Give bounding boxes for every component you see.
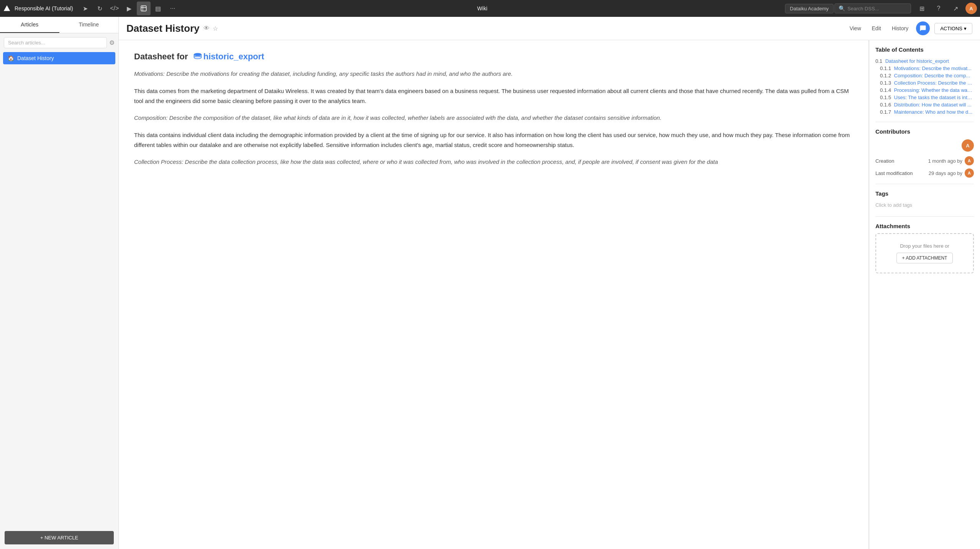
more-nav-icon[interactable]: ··· [166,2,180,15]
sidebar-search-input[interactable] [4,37,107,48]
divider-3 [875,216,974,217]
creation-value: 1 month ago by A [928,156,974,165]
project-name: Responsible AI (Tutorial) [15,5,73,11]
toc-list: 0.1 Datasheet for historic_export 0.1.1 … [875,57,974,116]
page-title: Dataset History [126,23,200,34]
top-navigation: Responsible AI (Tutorial) ➤ ↻ </> ▶ ▤ ··… [0,0,980,17]
toc-item-0[interactable]: 0.1 Datasheet for historic_export [875,57,974,65]
grid-icon[interactable]: ⊞ [915,2,929,15]
new-article-button[interactable]: + NEW ARTICLE [5,531,114,544]
creation-label: Creation [875,158,894,164]
last-mod-time: 29 days ago by [929,170,962,176]
search-icon: 🔍 [839,5,845,11]
toc-item-3[interactable]: 0.1.3 Collection Process: Describe the d… [875,79,974,87]
app-logo[interactable] [3,5,11,12]
contributors-row: A [875,139,974,152]
main-layout: Articles Timeline ⚙ 🏠 Dataset History + … [0,17,980,549]
sidebar-bottom: + NEW ARTICLE [0,526,118,549]
db-icon [193,52,202,62]
article-content: Datasheet for historic_export Motivation… [119,40,869,549]
refresh-nav-icon[interactable]: ↻ [93,2,107,15]
toc-item-5[interactable]: 0.1.5 Uses: The tasks the dataset is int… [875,94,974,101]
svg-rect-1 [141,6,146,11]
actions-button[interactable]: ACTIONS ▾ [934,23,972,34]
composition-italic: Composition: Describe the composition of… [134,113,853,123]
toc-item-2[interactable]: 0.1.2 Composition: Describe the comp... [875,72,974,79]
contributors-title: Contributors [875,128,974,135]
sidebar-tabs: Articles Timeline [0,17,118,33]
creation-row: Creation 1 month ago by A [875,156,974,165]
toc-item-7[interactable]: 0.1.7 Maintenance: Who and how the d... [875,108,974,116]
composition-text: This data contains individual client dat… [134,130,853,150]
actions-label: ACTIONS [940,26,962,31]
search-input[interactable] [847,6,907,11]
toc-item-4[interactable]: 0.1.4 Processing: Whether the data was..… [875,87,974,94]
flow-nav-icon[interactable]: ➤ [79,2,92,15]
motivations-italic: Motivations: Describe the motivations fo… [134,69,853,78]
last-mod-label: Last modification [875,170,913,176]
top-nav-right: ⊞ ? ↗ A [915,2,977,15]
play-nav-icon[interactable]: ▶ [122,2,136,15]
tab-articles[interactable]: Articles [0,17,59,33]
tags-placeholder[interactable]: Click to add tags [875,200,974,210]
article-heading: Datasheet for historic_export [134,52,853,62]
chevron-down-icon: ▾ [964,26,967,31]
svg-marker-0 [4,5,10,11]
content-area: Dataset History 👁 ☆ View Edit History AC… [119,17,980,549]
global-search: 🔍 [834,3,911,13]
motivations-text: This data comes from the marketing depar… [134,86,853,106]
divider-1 [875,122,974,122]
creation-avatar: A [965,156,974,165]
sidebar-search-area: ⚙ [0,33,118,52]
sidebar-item-dataset-history[interactable]: 🏠 Dataset History [3,52,115,64]
creation-time: 1 month ago by [928,158,962,164]
drop-zone[interactable]: Drop your files here or + ADD ATTACHMENT [875,233,974,273]
chat-button[interactable] [916,21,930,35]
toc-title: Table of Contents [875,46,974,53]
collection-italic: Collection Process: Describe the data co… [134,157,853,167]
eye-icon[interactable]: 👁 [203,25,210,32]
history-link[interactable]: History [889,24,912,33]
user-avatar[interactable]: A [965,3,977,14]
star-icon[interactable]: ☆ [213,25,218,32]
home-icon: 🏠 [8,55,14,61]
dataset-link[interactable]: historic_export [203,52,264,62]
last-mod-avatar: A [965,168,974,178]
center-label: Wiki [477,5,487,11]
help-icon[interactable]: ? [932,2,946,15]
notebook-nav-icon[interactable] [137,2,151,15]
contributor-avatar: A [962,139,974,152]
academy-button[interactable]: Dataiku Academy [785,4,834,13]
view-link[interactable]: View [846,24,864,33]
tags-title: Tags [875,190,974,197]
table-nav-icon[interactable]: ▤ [151,2,165,15]
tab-timeline[interactable]: Timeline [59,17,119,33]
last-mod-value: 29 days ago by A [929,168,974,178]
heading-prefix: Datasheet for [134,52,188,61]
toc-item-1[interactable]: 0.1.1 Motivations: Describe the motivat.… [875,65,974,72]
page-header-actions: View Edit History ACTIONS ▾ [846,21,972,35]
sidebar-item-label: Dataset History [17,55,54,61]
last-mod-row: Last modification 29 days ago by A [875,168,974,178]
right-panel: Table of Contents 0.1 Datasheet for hist… [869,40,980,549]
toc-item-6[interactable]: 0.1.6 Distribution: How the dataset will… [875,101,974,108]
code-nav-icon[interactable]: </> [108,2,121,15]
attachments-title: Attachments [875,223,974,229]
trend-icon[interactable]: ↗ [949,2,962,15]
page-header-icons: 👁 ☆ [203,25,218,32]
sidebar: Articles Timeline ⚙ 🏠 Dataset History + … [0,17,119,549]
sidebar-search-icon[interactable]: ⚙ [109,39,115,46]
divider-2 [875,184,974,184]
page-header: Dataset History 👁 ☆ View Edit History AC… [119,17,980,40]
edit-link[interactable]: Edit [869,24,884,33]
drop-text: Drop your files here or [882,243,967,249]
add-attachment-button[interactable]: + ADD ATTACHMENT [896,253,953,263]
content-body: Datasheet for historic_export Motivation… [119,40,980,549]
